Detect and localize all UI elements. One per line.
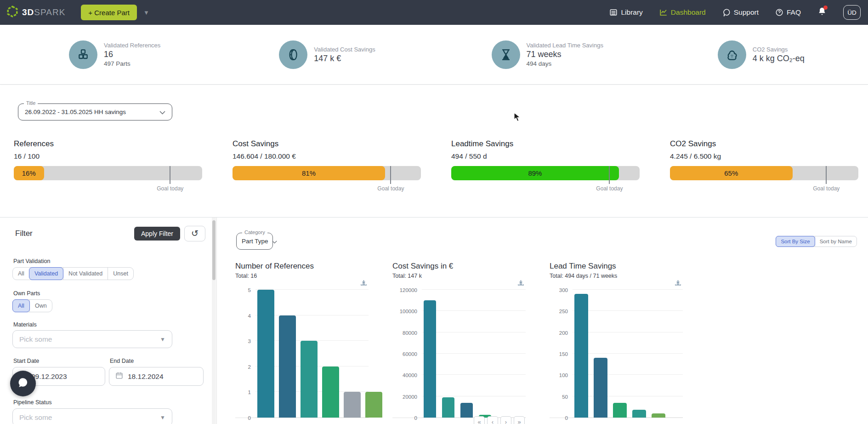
sort-by-name-button[interactable]: Sort by Name	[815, 236, 857, 246]
chat-widget-button[interactable]	[10, 371, 36, 396]
bar-plot: 020000400006000080000100000120000	[392, 290, 526, 418]
toggle-option-all[interactable]: All	[13, 268, 29, 280]
y-tick-label: 100	[550, 372, 568, 378]
y-tick-label: 0	[392, 415, 417, 421]
create-part-button[interactable]: + Create Part	[81, 5, 137, 20]
top-navbar: 3DSPARK + Create Part ▼ Library Dashboar…	[0, 0, 868, 25]
goal-today-marker	[170, 166, 170, 184]
bar	[424, 300, 436, 418]
y-tick-label: 4	[235, 313, 251, 319]
kpi-co2-savings: CO2 Savings 4 k kg CO₂-eq	[651, 40, 868, 69]
app-logo[interactable]: 3DSPARK	[6, 6, 65, 19]
main-content: Filter Apply Filter ↺ Part Validation Al…	[0, 218, 868, 424]
materials-placeholder: Pick some	[19, 335, 52, 344]
chat-bubble-icon	[17, 377, 29, 390]
chart-pagination: «‹›»	[474, 416, 525, 424]
bar	[301, 341, 318, 418]
pager-button[interactable]: »	[514, 416, 525, 424]
nav-link-dashboard[interactable]: Dashboard	[659, 8, 706, 17]
download-icon[interactable]	[674, 279, 682, 289]
goal-today-marker	[390, 166, 391, 184]
filter-header: Filter Apply Filter ↺	[15, 226, 205, 241]
toggle-option-own[interactable]: Own	[29, 300, 52, 312]
kpi-text: CO2 Savings 4 k kg CO₂-eq	[753, 46, 805, 63]
gridline	[573, 289, 683, 290]
coin-icon	[279, 40, 307, 69]
bar	[279, 315, 296, 418]
cloud-icon	[718, 40, 746, 69]
toggle-option-not-validated[interactable]: Not Validated	[63, 268, 108, 280]
goal-today-label: Goal today	[596, 185, 623, 192]
goal-co2-savings: CO2 Savings 4.245 / 6.500 kg 65% Goal to…	[670, 139, 858, 180]
bar-plot: 012345	[235, 290, 369, 418]
filter-scrollbar[interactable]	[212, 218, 216, 424]
pager-button[interactable]: «	[474, 416, 485, 424]
chart-title: Lead Time Savings	[550, 262, 683, 271]
goal-progress-fill: 65%	[670, 166, 793, 180]
nav-link-support[interactable]: Support	[722, 8, 759, 17]
part-validation-toggle: All Validated Not Validated Unset	[12, 267, 134, 280]
sort-by-size-button[interactable]: Sort By Size	[776, 236, 815, 247]
toggle-option-validated[interactable]: Validated	[29, 267, 63, 280]
pager-button[interactable]: ‹	[487, 416, 498, 424]
kpi-label: CO2 Savings	[753, 46, 805, 53]
kpi-sub: 497 Parts	[104, 60, 160, 67]
hourglass-icon	[492, 40, 520, 69]
end-date-input[interactable]: 18.12.2024	[109, 367, 204, 386]
download-icon[interactable]	[517, 279, 525, 289]
kpi-value: 4 k kg CO₂-eq	[753, 54, 805, 63]
logo-text: 3DSPARK	[22, 7, 65, 17]
nav-link-faq[interactable]: FAQ	[775, 8, 801, 17]
goal-value: 16 / 100	[14, 152, 202, 160]
chart-total: Total: 494 days / 71 weeks	[550, 273, 683, 279]
chart-total: Total: 16	[235, 273, 369, 279]
end-date-value: 18.12.2024	[128, 372, 164, 381]
y-tick-label: 300	[550, 287, 568, 293]
question-circle-icon	[775, 8, 783, 17]
bar	[442, 397, 454, 418]
chart-title: Cost Savings in €	[392, 262, 526, 271]
goal-title: Leadtime Savings	[451, 139, 640, 149]
y-tick-label: 100000	[392, 309, 417, 314]
reset-filter-button[interactable]: ↺	[184, 226, 205, 241]
bar	[344, 392, 361, 418]
toggle-option-all[interactable]: All	[12, 299, 30, 312]
title-select[interactable]: Title 26.09.2022 - 31.05.2025 HH savings	[18, 103, 172, 120]
chart-title: Number of References	[235, 262, 369, 271]
bar	[322, 367, 339, 418]
y-tick-label: 5	[235, 287, 251, 293]
download-icon[interactable]	[360, 279, 368, 289]
goal-progress-bar: 89% Goal today	[451, 166, 640, 180]
bar	[574, 294, 588, 418]
category-select-label: Category	[242, 229, 267, 235]
chart-number-of-references: Number of References Total: 16 012345	[235, 262, 369, 418]
user-avatar[interactable]: ÜD	[843, 5, 861, 20]
nav-link-label: Library	[621, 8, 642, 17]
kpi-summary-row: Validated References 16 497 Parts Valida…	[0, 25, 868, 85]
speech-bubble-icon	[722, 8, 731, 17]
pipeline-status-select[interactable]: Pick some ▼	[12, 408, 172, 424]
notifications-bell-icon[interactable]	[817, 7, 827, 18]
materials-select[interactable]: Pick some ▼	[12, 330, 172, 348]
goal-today-marker	[826, 166, 827, 184]
toggle-option-unset[interactable]: Unset	[108, 268, 133, 280]
y-tick-label: 1	[235, 390, 251, 395]
pager-button[interactable]: ›	[500, 416, 511, 424]
end-date-label: End Date	[110, 358, 134, 364]
calendar-icon	[115, 372, 123, 381]
nav-link-label: Dashboard	[671, 8, 706, 17]
nav-link-library[interactable]: Library	[609, 8, 642, 17]
y-tick-label: 20000	[392, 394, 417, 400]
goal-progress-fill: 81%	[233, 166, 385, 180]
category-select[interactable]: Category Part Type	[236, 233, 273, 250]
y-tick-label: 40000	[392, 372, 417, 378]
scrollbar-thumb[interactable]	[212, 220, 216, 280]
goal-percent-label: 65%	[724, 169, 738, 177]
apply-filter-button[interactable]: Apply Filter	[134, 227, 180, 241]
bar	[652, 413, 665, 418]
goal-value: 146.604 / 180.000 €	[233, 152, 421, 160]
library-icon	[609, 8, 618, 17]
goal-percent-label: 81%	[302, 169, 316, 177]
kpi-validated-cost-savings: Validated Cost Savings 147 k €	[217, 40, 434, 69]
create-part-dropdown-caret-icon[interactable]: ▼	[143, 9, 149, 16]
